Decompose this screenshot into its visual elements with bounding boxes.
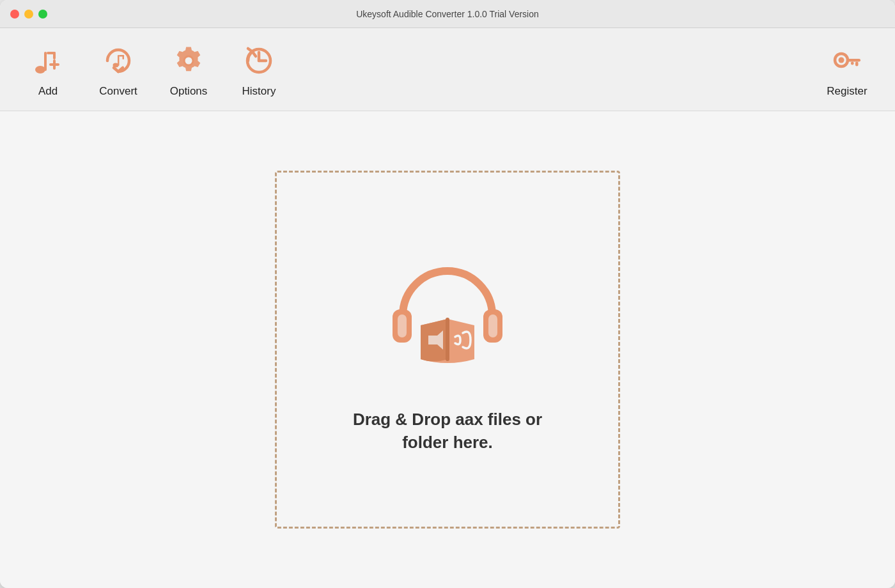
app-window: Ukeysoft Audible Converter 1.0.0 Trial V… — [0, 0, 895, 588]
svg-point-10 — [185, 57, 192, 64]
register-button[interactable]: Register — [812, 35, 882, 105]
convert-icon — [99, 42, 137, 80]
window-controls — [10, 10, 47, 19]
history-icon — [240, 42, 278, 80]
options-icon — [169, 42, 208, 80]
maximize-button[interactable] — [38, 10, 47, 19]
svg-rect-1 — [44, 52, 47, 71]
svg-rect-21 — [398, 314, 407, 337]
toolbar: Add — [0, 28, 895, 111]
register-icon — [828, 42, 866, 80]
app-title: Ukeysoft Audible Converter 1.0.0 Trial V… — [356, 9, 539, 19]
svg-rect-22 — [488, 314, 497, 337]
close-button[interactable] — [10, 10, 19, 19]
register-label: Register — [827, 85, 867, 98]
svg-rect-23 — [446, 318, 449, 361]
svg-rect-18 — [851, 61, 854, 65]
svg-rect-17 — [855, 61, 859, 66]
svg-rect-3 — [53, 52, 56, 59]
drop-zone[interactable]: Drag & Drop aax files or folder here. — [275, 171, 620, 529]
drop-zone-text: Drag & Drop aax files or folder here. — [353, 408, 542, 454]
options-button[interactable]: Options — [153, 35, 224, 105]
svg-rect-7 — [118, 55, 120, 66]
history-button[interactable]: History — [224, 35, 294, 105]
svg-rect-9 — [123, 55, 125, 59]
add-icon — [29, 42, 67, 80]
svg-rect-16 — [846, 59, 860, 62]
svg-rect-5 — [53, 59, 56, 70]
options-label: Options — [170, 85, 208, 98]
add-label: Add — [38, 85, 58, 98]
convert-label: Convert — [99, 85, 137, 98]
history-label: History — [242, 85, 276, 98]
convert-button[interactable]: Convert — [83, 35, 153, 105]
minimize-button[interactable] — [24, 10, 33, 19]
titlebar: Ukeysoft Audible Converter 1.0.0 Trial V… — [0, 0, 895, 28]
svg-point-15 — [839, 57, 844, 63]
svg-point-0 — [35, 66, 45, 74]
main-content: Drag & Drop aax files or folder here. — [0, 111, 895, 588]
add-button[interactable]: Add — [13, 35, 83, 105]
drop-zone-icon — [377, 245, 518, 389]
